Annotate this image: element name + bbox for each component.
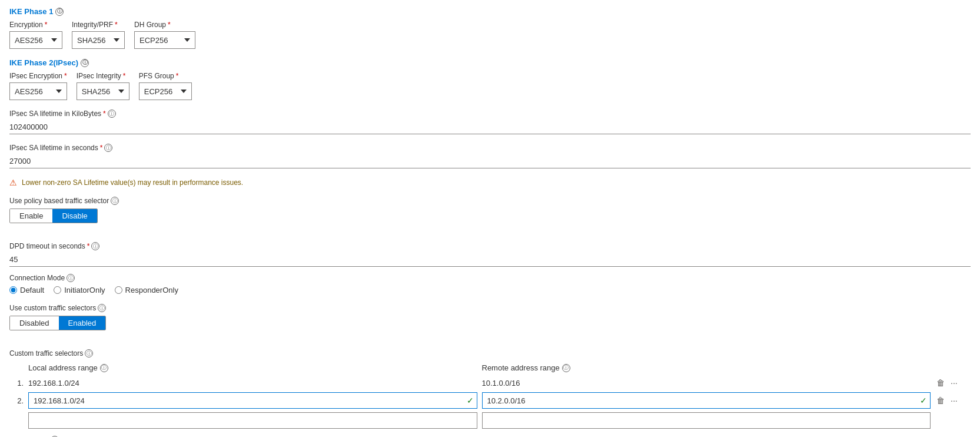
dpd-timeout-info-icon[interactable]: ⓘ [91,242,99,250]
local-address-range-header: Local address range ⓘ [28,363,477,372]
policy-traffic-selector-section: Use policy based traffic selector ⓘ Enab… [9,197,971,233]
encryption-label: Encryption * [9,21,62,29]
warning-text: Lower non-zero SA Lifetime value(s) may … [22,178,243,187]
integrity-prf-field-group: Integrity/PRF * SHA256 SHA1 MD5 [72,21,125,49]
row-2-actions: 🗑 ··· [935,395,971,406]
row-2-num: 2. [9,396,24,405]
connection-mode-section: Connection Mode ⓘ Default InitiatorOnly … [9,274,971,294]
custom-traffic-selectors-toggle-section: Use custom traffic selectors ⓘ Disabled … [9,304,971,340]
connection-mode-label: Connection Mode ⓘ [9,274,971,282]
row-2-delete-button[interactable]: 🗑 [935,395,946,406]
pfs-group-label: PFS Group * [139,72,192,80]
ipsec-sa-seconds-section: IPsec SA lifetime in seconds * ⓘ [9,144,971,168]
dh-group-label: DH Group * [134,21,195,29]
connection-mode-initiator-only[interactable]: InitiatorOnly [54,286,105,294]
row-2-more-button[interactable]: ··· [949,395,959,406]
ipsec-encryption-select[interactable]: AES256 AES128 DES 3DES [9,82,67,100]
connection-mode-responder-only[interactable]: ResponderOnly [115,286,178,294]
row-1-actions: 🗑 ··· [935,377,971,389]
ipsec-encryption-label: IPsec Encryption * [9,72,67,80]
ipsec-sa-kb-section: IPsec SA lifetime in KiloBytes * ⓘ [9,110,971,134]
integrity-prf-select[interactable]: SHA256 SHA1 MD5 [72,31,125,49]
row-2-remote-input[interactable] [482,392,931,409]
table-header: Local address range ⓘ Remote address ran… [9,363,971,372]
dpd-timeout-label: DPD timeout in seconds * ⓘ [9,242,971,250]
row-1-more-button[interactable]: ··· [949,377,959,389]
dpd-timeout-input[interactable] [9,253,971,267]
ipsec-sa-kb-input[interactable] [9,120,971,134]
policy-traffic-selector-label: Use policy based traffic selector ⓘ [9,197,971,205]
policy-enable-button[interactable]: Enable [10,209,52,223]
row-1-local: 192.168.1.0/24 [28,379,477,388]
ike-phase2-fields: IPsec Encryption * AES256 AES128 DES 3DE… [9,72,971,100]
ipsec-integrity-select[interactable]: SHA256 SHA1 MD5 [77,82,129,100]
ike-phase2-label: IKE Phase 2(IPsec) [9,58,78,67]
row-2-remote-check-icon: ✓ [920,396,927,405]
table-row-1: 1. 192.168.1.0/24 10.1.0.0/16 🗑 ··· [9,377,971,389]
row-2-local-input-wrapper: ✓ [28,392,477,409]
ike-phase1-label: IKE Phase 1 [9,7,53,16]
ipsec-integrity-field-group: IPsec Integrity * SHA256 SHA1 MD5 [77,72,129,100]
row-1-delete-button[interactable]: 🗑 [935,377,946,389]
encryption-select[interactable]: AES256 AES128 DES 3DES [9,31,62,49]
empty-local-input[interactable] [28,412,477,429]
ike-phase1-info-icon[interactable]: ⓘ [55,8,64,16]
ipsec-encryption-field-group: IPsec Encryption * AES256 AES128 DES 3DE… [9,72,67,100]
custom-traffic-selectors-info-icon[interactable]: ⓘ [98,304,106,312]
row-2-local-input[interactable] [28,392,477,409]
ike-phase1-fields: Encryption * AES256 AES128 DES 3DES Inte… [9,21,971,49]
remote-address-range-header: Remote address range ⓘ [482,363,931,372]
warning-icon: ⚠ [9,178,17,187]
custom-traffic-selectors-section: Custom traffic selectors ⓘ Local address… [9,349,971,429]
warning-message: ⚠ Lower non-zero SA Lifetime value(s) ma… [9,178,971,187]
table-row-2: 2. ✓ ✓ 🗑 ··· [9,392,971,409]
ike-phase2-section: IKE Phase 2(IPsec) ⓘ IPsec Encryption * … [9,58,971,100]
ike-phase2-title: IKE Phase 2(IPsec) ⓘ [9,58,971,67]
connection-mode-info-icon[interactable]: ⓘ [67,274,75,282]
connection-mode-radio-group: Default InitiatorOnly ResponderOnly [9,286,971,294]
custom-traffic-selectors-section-info-icon[interactable]: ⓘ [85,349,93,357]
ipsec-sa-kb-info-icon[interactable]: ⓘ [108,110,116,118]
custom-traffic-selectors-enabled-button[interactable]: Enabled [59,316,106,330]
pfs-group-select[interactable]: ECP256 ECP384 None [139,82,192,100]
row-1-num: 1. [9,379,24,388]
dh-group-field-group: DH Group * ECP256 ECP384 DHGroup2 DHGrou… [134,21,195,49]
empty-remote-input[interactable] [482,412,931,429]
policy-disable-button[interactable]: Disable [52,209,97,223]
policy-traffic-selector-info-icon[interactable]: ⓘ [111,197,119,205]
row-1-remote: 10.1.0.0/16 [482,379,931,388]
policy-traffic-selector-toggle: Enable Disable [9,208,98,223]
ike-phase2-info-icon[interactable]: ⓘ [81,59,89,67]
ipsec-integrity-label: IPsec Integrity * [77,72,129,80]
ike-phase1-section: IKE Phase 1 ⓘ Encryption * AES256 AES128… [9,7,971,49]
custom-traffic-selectors-label: Custom traffic selectors ⓘ [9,349,971,357]
encryption-field-group: Encryption * AES256 AES128 DES 3DES [9,21,62,49]
ipsec-sa-kb-label: IPsec SA lifetime in KiloBytes * ⓘ [9,110,971,118]
custom-traffic-selectors-use-label: Use custom traffic selectors ⓘ [9,304,971,312]
ipsec-sa-seconds-label: IPsec SA lifetime in seconds * ⓘ [9,144,971,152]
ipsec-sa-seconds-input[interactable] [9,154,971,168]
ike-phase1-title: IKE Phase 1 ⓘ [9,7,971,16]
pfs-group-field-group: PFS Group * ECP256 ECP384 None [139,72,192,100]
dpd-timeout-section: DPD timeout in seconds * ⓘ [9,242,971,267]
custom-traffic-selectors-toggle: Disabled Enabled [9,316,106,330]
table-row-empty [9,412,971,429]
dh-group-select[interactable]: ECP256 ECP384 DHGroup2 DHGroup14 [134,31,195,49]
row-2-local-check-icon: ✓ [467,396,474,405]
local-address-header-info-icon[interactable]: ⓘ [100,364,108,372]
row-2-remote-input-wrapper: ✓ [482,392,931,409]
custom-traffic-selectors-disabled-button[interactable]: Disabled [10,316,59,330]
integrity-prf-label: Integrity/PRF * [72,21,125,29]
connection-mode-default[interactable]: Default [9,286,44,294]
remote-address-header-info-icon[interactable]: ⓘ [562,364,570,372]
ipsec-sa-seconds-info-icon[interactable]: ⓘ [104,144,112,152]
